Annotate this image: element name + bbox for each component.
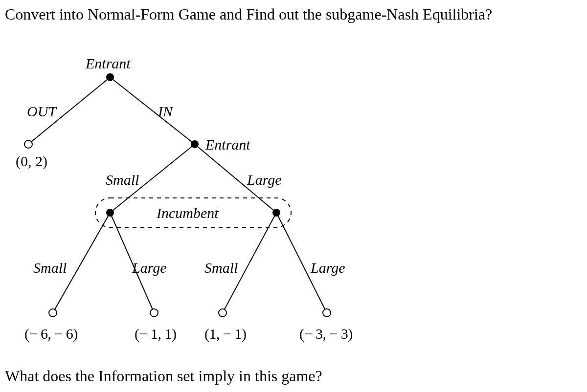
terminal-ls (219, 309, 226, 317)
action-in: IN (158, 103, 173, 120)
terminal-sl (150, 309, 158, 317)
player-label-incumbent: Incumbent (157, 204, 219, 222)
action-large-right: Large (311, 259, 345, 277)
player-label-entrant-2: Entrant (205, 136, 250, 153)
action-large-left: Large (132, 259, 167, 277)
action-small-left: Small (33, 259, 67, 277)
action-large-top: Large (247, 171, 282, 189)
payoff-ll: (− 3, − 3) (299, 325, 353, 343)
payoff-out: (0, 2) (16, 152, 47, 170)
terminal-ll (323, 309, 331, 317)
terminal-ss (49, 309, 57, 317)
node-incumbent-right (272, 209, 280, 217)
terminal-out (24, 140, 32, 148)
node-root (106, 73, 114, 81)
action-small-top: Small (106, 171, 139, 189)
player-label-root: Entrant (86, 55, 131, 72)
payoff-ss: (− 6, − 6) (24, 325, 78, 343)
action-small-right: Small (204, 259, 238, 277)
payoff-ls: (1, − 1) (204, 325, 246, 343)
edge-in (110, 77, 195, 144)
page: Convert into Normal-Form Game and Find o… (0, 0, 587, 392)
action-out: OUT (27, 103, 56, 120)
payoff-sl: (− 1, 1) (135, 325, 176, 343)
node-incumbent-left (106, 209, 114, 217)
node-entrant-2 (191, 140, 199, 148)
footer-question: What does the Information set imply in t… (5, 367, 322, 385)
